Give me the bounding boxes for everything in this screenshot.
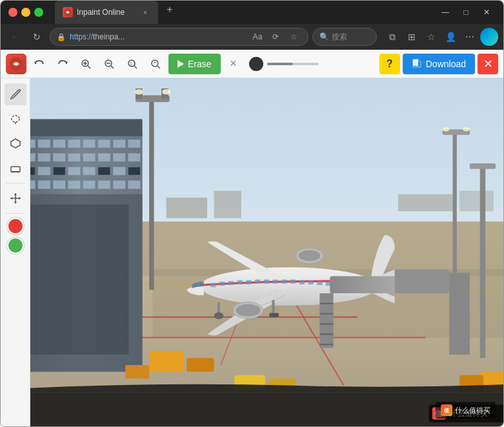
app-logo [6,54,26,74]
app-toolbar: 1:1 Erase × ? Download ✕ [1,50,503,78]
color-divider [6,213,25,214]
new-tab-button[interactable]: + [161,1,179,19]
svg-rect-51 [128,167,140,175]
svg-rect-92 [290,280,296,284]
zoom-out-button[interactable] [99,54,119,74]
collections-icon[interactable]: ⊞ [403,28,421,46]
svg-rect-41 [98,153,110,161]
svg-point-71 [463,127,470,131]
svg-rect-44 [30,167,35,175]
traffic-lights [8,8,43,17]
svg-rect-73 [470,163,496,169]
zoom-reset-button[interactable] [145,54,166,74]
svg-rect-105 [395,269,450,293]
profile-icon[interactable]: 👤 [441,28,459,46]
more-icon[interactable]: ⋯ [461,28,479,46]
download-button[interactable]: Download [403,54,475,74]
svg-rect-27 [30,119,143,136]
svg-rect-56 [83,181,96,189]
svg-rect-83 [210,283,216,287]
minimize-traffic-light[interactable] [21,8,30,17]
svg-rect-49 [98,167,110,175]
svg-rect-62 [149,99,154,290]
svg-rect-36 [30,153,35,161]
svg-rect-37 [38,153,50,161]
maximize-traffic-light[interactable] [34,8,43,17]
svg-rect-43 [128,153,140,161]
svg-point-67 [162,89,170,94]
zoom-fit-button[interactable]: 1:1 [122,54,143,74]
svg-rect-91 [281,280,287,284]
brush-tool[interactable] [5,83,26,105]
red-color-button[interactable] [7,218,24,234]
brush-size-slider[interactable] [267,63,319,65]
lasso-tool[interactable] [5,108,26,130]
search-box[interactable]: 🔍 搜索 [312,28,377,46]
redo-button[interactable] [52,54,73,74]
svg-point-101 [214,313,224,320]
slider-fill [267,63,293,65]
svg-rect-87 [246,280,251,284]
close-toolbar-button[interactable]: × [223,54,244,74]
undo-button[interactable] [29,54,50,74]
help-button[interactable]: ? [379,54,400,74]
svg-rect-61 [30,205,128,355]
lock-icon: 🔒 [57,33,66,41]
svg-rect-30 [53,140,65,148]
close-traffic-light[interactable] [8,8,17,17]
svg-rect-75 [214,191,241,218]
svg-rect-47 [68,167,80,175]
svg-rect-109 [125,365,149,379]
favorites-icon[interactable]: ☆ [422,28,440,46]
left-sidebar [1,78,30,426]
green-color-button[interactable] [7,237,24,254]
refresh-button[interactable]: ↻ [28,28,46,46]
svg-rect-28 [30,140,35,148]
svg-rect-58 [113,181,125,189]
svg-rect-46 [53,167,65,175]
svg-rect-103 [269,313,279,317]
svg-rect-104 [330,276,398,293]
reader-icon[interactable]: Аа [250,29,265,45]
svg-rect-102 [272,300,274,315]
star-icon[interactable]: ☆ [286,29,301,45]
address-bar: ← ↻ 🔒 https://theinpa... Аа ⟳ ☆ 🔍 搜索 ⧉ ⊞… [1,24,503,50]
move-tool[interactable] [5,187,26,209]
svg-point-66 [135,89,143,94]
erase-label: Erase [188,59,212,69]
active-tab[interactable]: Inpaint Online × [55,1,158,24]
erase-button[interactable]: Erase [168,54,221,74]
svg-rect-94 [308,280,313,284]
browser-icons: ⧉ ⊞ ☆ 👤 ⋯ [383,28,498,46]
svg-rect-19 [11,167,20,172]
svg-rect-76 [398,194,453,211]
tab-close-button[interactable]: × [140,7,150,17]
restore-button[interactable]: □ [457,3,475,21]
download-icon [412,59,422,69]
watermark: 值 什么值得买 [436,402,496,419]
svg-point-80 [236,304,260,317]
address-input[interactable]: 🔒 https://theinpa... Аа ⟳ ☆ [50,28,308,46]
close-red-button[interactable]: ✕ [478,54,498,74]
close-button[interactable]: ✕ [478,3,496,21]
download-label: Download [426,59,466,69]
refresh-addr-icon[interactable]: ⟳ [268,29,283,45]
minimize-button[interactable]: — [436,3,454,21]
search-placeholder: 搜索 [332,32,347,43]
eraser-tool[interactable] [5,157,26,179]
zoom-in-button[interactable] [76,54,96,74]
svg-rect-86 [237,280,243,284]
svg-rect-53 [38,181,50,189]
canvas-area[interactable]: 值 什么值得买 值 什么值得买 [30,78,503,426]
svg-rect-90 [272,280,277,284]
split-view-icon[interactable]: ⧉ [383,28,401,46]
svg-rect-88 [255,280,260,284]
polygon-tool[interactable] [5,132,26,154]
back-button[interactable]: ← [6,28,24,46]
svg-rect-57 [98,181,110,189]
svg-rect-32 [83,140,96,148]
svg-rect-77 [459,191,494,211]
erase-play-icon [177,60,184,68]
svg-rect-31 [68,140,80,148]
tab-area: Inpaint Online × + [55,1,431,24]
